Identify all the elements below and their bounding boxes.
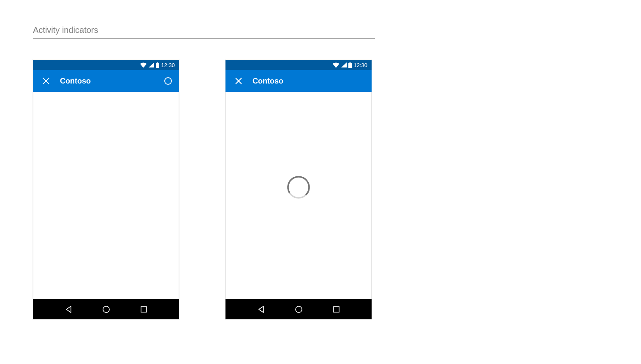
nav-home-button[interactable] bbox=[292, 302, 306, 316]
svg-rect-1 bbox=[157, 62, 158, 63]
app-bar: Contoso bbox=[225, 70, 372, 92]
nav-back-button[interactable] bbox=[62, 302, 76, 316]
wifi-icon bbox=[333, 62, 340, 67]
svg-point-8 bbox=[286, 175, 311, 200]
recent-icon bbox=[333, 306, 340, 313]
svg-point-3 bbox=[103, 306, 109, 313]
cellular-icon bbox=[149, 62, 154, 67]
android-status-bar: 12:30 bbox=[225, 60, 372, 70]
phone-frame-2: 12:30 Contoso bbox=[225, 60, 372, 319]
nav-home-button[interactable] bbox=[99, 302, 113, 316]
battery-icon bbox=[156, 62, 159, 68]
activity-indicator-small bbox=[164, 77, 172, 85]
activity-indicator-large bbox=[286, 175, 311, 200]
wifi-icon bbox=[140, 62, 147, 67]
phone-mockup-row: 12:30 Contoso 12:30 bbox=[33, 60, 608, 319]
close-icon bbox=[235, 78, 242, 84]
back-icon bbox=[65, 306, 72, 313]
status-time: 12:30 bbox=[353, 62, 367, 68]
nav-back-button[interactable] bbox=[254, 302, 268, 316]
content-area bbox=[33, 92, 179, 299]
cellular-icon bbox=[341, 62, 347, 67]
app-title: Contoso bbox=[60, 77, 164, 86]
app-bar: Contoso bbox=[33, 70, 179, 92]
android-status-bar: 12:30 bbox=[33, 60, 179, 70]
close-button[interactable] bbox=[40, 75, 52, 87]
android-nav-bar bbox=[225, 299, 372, 319]
svg-rect-4 bbox=[141, 307, 147, 312]
recent-icon bbox=[141, 306, 147, 313]
close-button[interactable] bbox=[232, 75, 245, 87]
home-icon bbox=[295, 306, 302, 313]
svg-rect-10 bbox=[334, 307, 339, 312]
section-title: Activity indicators bbox=[33, 25, 375, 39]
nav-recent-button[interactable] bbox=[137, 303, 150, 316]
home-icon bbox=[103, 306, 110, 313]
svg-point-2 bbox=[165, 78, 171, 84]
app-title: Contoso bbox=[253, 77, 365, 86]
svg-rect-6 bbox=[350, 62, 351, 63]
svg-point-9 bbox=[296, 306, 302, 313]
svg-rect-5 bbox=[348, 63, 352, 68]
android-nav-bar bbox=[33, 299, 179, 319]
content-area bbox=[225, 92, 372, 299]
back-icon bbox=[258, 306, 265, 313]
battery-icon bbox=[348, 62, 352, 68]
phone-frame-1: 12:30 Contoso bbox=[33, 60, 179, 319]
svg-rect-0 bbox=[156, 63, 159, 68]
close-icon bbox=[43, 78, 49, 84]
nav-recent-button[interactable] bbox=[330, 303, 343, 316]
status-time: 12:30 bbox=[161, 62, 175, 68]
